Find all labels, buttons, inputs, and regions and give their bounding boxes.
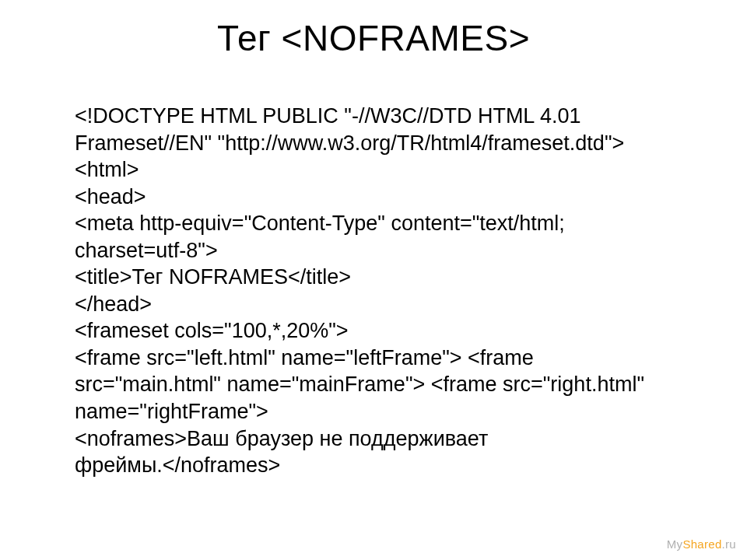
code-line: <frame src="left.html" name="leftFrame">… [75, 345, 674, 372]
watermark: MyShared.ru [667, 537, 736, 551]
code-line: src="main.html" name="mainFrame"> <frame… [75, 371, 674, 398]
watermark-part: Shared [682, 537, 721, 551]
code-line: <title>Тег NOFRAMES</title> [75, 264, 674, 291]
slide-title: Тег <NOFRAMES> [0, 17, 747, 59]
code-line: <head> [75, 184, 674, 211]
code-line: Frameset//EN" "http://www.w3.org/TR/html… [75, 130, 674, 157]
code-line: charset=utf-8"> [75, 237, 674, 264]
code-line: <frameset cols="100,*,20%"> [75, 317, 674, 345]
code-line: <noframes>Ваш браузер не поддерживает [75, 425, 674, 453]
code-line: фреймы.</noframes> [75, 452, 674, 479]
code-line: <html> [75, 156, 674, 184]
code-line: </head> [75, 291, 674, 318]
code-block: <!DOCTYPE HTML PUBLIC "-//W3C//DTD HTML … [75, 103, 674, 479]
watermark-part: .ru [722, 537, 736, 551]
code-line: name="rightFrame"> [75, 398, 674, 425]
code-line: <!DOCTYPE HTML PUBLIC "-//W3C//DTD HTML … [75, 103, 674, 130]
watermark-part: My [667, 537, 683, 551]
code-line: <meta http-equiv="Content-Type" content=… [75, 210, 674, 237]
